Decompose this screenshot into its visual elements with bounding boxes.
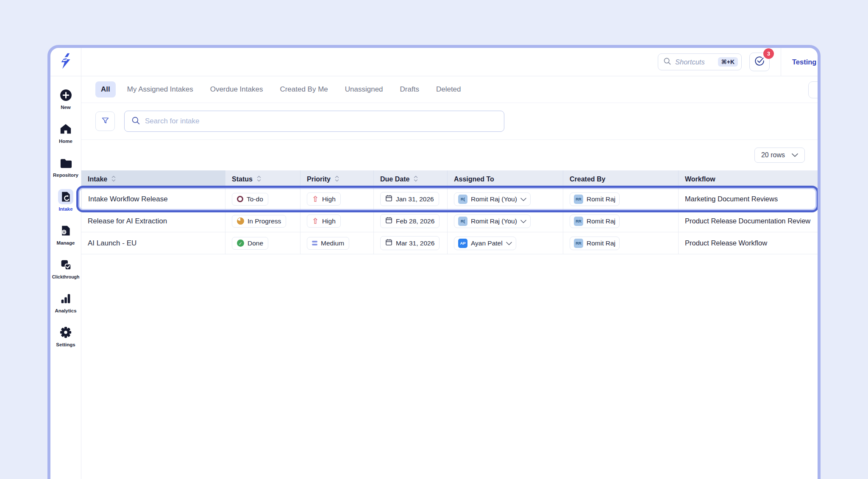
- sidebar-item-clickthrough[interactable]: Clickthrough: [50, 257, 81, 279]
- priority-badge[interactable]: ⇧High: [307, 214, 341, 228]
- chevron-down-icon: [792, 151, 798, 159]
- todo-status-icon: [237, 196, 243, 202]
- sidebar-item-settings[interactable]: Settings: [50, 325, 81, 347]
- workflow-name: Product Release Workflow: [685, 239, 767, 247]
- tab-my-assigned-intakes[interactable]: My Assigned Intakes: [122, 81, 199, 97]
- funnel-filter-icon: [101, 116, 110, 127]
- column-header-due-date[interactable]: Due Date: [373, 170, 447, 188]
- chevron-down-icon[interactable]: [520, 195, 526, 203]
- sidebar-item-repository[interactable]: Repository: [50, 155, 81, 178]
- workflow-name: Marketing Document Reviews: [685, 195, 778, 203]
- clipped-edge-button[interactable]: [808, 81, 821, 98]
- due-date-badge[interactable]: Mar 31, 2026: [380, 236, 440, 250]
- tab-overdue-intakes[interactable]: Overdue Intakes: [205, 81, 269, 97]
- tab-created-by-me[interactable]: Created By Me: [274, 81, 333, 97]
- bar-chart-icon: [58, 291, 73, 306]
- assignee-chip[interactable]: R(Romit Raj (You): [454, 214, 531, 228]
- filter-button[interactable]: [95, 111, 115, 131]
- status-badge[interactable]: To-do: [232, 193, 268, 206]
- search-row: [81, 103, 818, 140]
- avatar: RR: [574, 217, 583, 226]
- intake-name[interactable]: Release for AI Extraction: [88, 217, 167, 226]
- sort-icon[interactable]: [334, 175, 339, 184]
- assignee-chip[interactable]: APAyan Patel: [454, 237, 516, 250]
- column-header-intake[interactable]: Intake: [81, 170, 225, 188]
- sort-icon[interactable]: [413, 175, 418, 184]
- document-gear-icon: [58, 223, 73, 238]
- avatar: RR: [574, 239, 583, 248]
- priority-badge[interactable]: Medium: [307, 237, 349, 250]
- sidebar-item-new[interactable]: New: [50, 87, 81, 110]
- avatar: R(: [458, 217, 467, 226]
- app-logo[interactable]: [50, 48, 81, 76]
- search-input[interactable]: [145, 117, 504, 125]
- search-icon: [663, 57, 671, 67]
- sidebar-item-intake[interactable]: Intake: [50, 189, 81, 212]
- calendar-icon: [385, 195, 392, 203]
- calendar-icon: [385, 217, 392, 226]
- tab-all[interactable]: All: [95, 81, 116, 97]
- medium-priority-icon: [312, 241, 317, 246]
- due-date-badge[interactable]: Jan 31, 2026: [380, 192, 439, 206]
- chevron-down-icon[interactable]: [506, 240, 512, 247]
- sidebar-item-analytics[interactable]: Analytics: [50, 291, 81, 313]
- circle-check-icon: [754, 56, 765, 68]
- column-header-workflow[interactable]: Workflow: [678, 170, 818, 188]
- status-badge[interactable]: ✓Done: [232, 237, 268, 250]
- creator-chip[interactable]: RRRomit Raj: [570, 237, 620, 250]
- tab-drafts[interactable]: Drafts: [395, 81, 425, 97]
- shortcuts-search[interactable]: Shortcuts ⌘+K: [658, 53, 742, 70]
- workspace-label[interactable]: Testing: [781, 58, 818, 66]
- lightning-bolt-logo-icon: [57, 52, 75, 72]
- in-progress-status-icon: [237, 217, 244, 225]
- intake-name[interactable]: Intake Workflow Release: [88, 195, 168, 203]
- table-row[interactable]: Release for AI Extraction In Progress ⇧H…: [81, 210, 818, 232]
- folder-icon: [58, 155, 73, 170]
- sort-icon[interactable]: [256, 175, 262, 184]
- avatar: AP: [458, 239, 467, 248]
- top-header: Shortcuts ⌘+K 3 Testing: [50, 48, 818, 76]
- tab-unassigned[interactable]: Unassigned: [339, 81, 389, 97]
- creator-chip[interactable]: RRRomit Raj: [570, 214, 620, 228]
- column-header-created-by[interactable]: Created By: [563, 170, 678, 188]
- high-priority-icon: ⇧: [312, 195, 319, 203]
- sidebar: New Home Repository: [50, 76, 81, 479]
- table-controls: 20 rows: [81, 140, 818, 170]
- avatar: R(: [458, 195, 467, 204]
- status-badge[interactable]: In Progress: [232, 215, 286, 228]
- creator-chip[interactable]: RRRomit Raj: [570, 192, 620, 206]
- app-window: Shortcuts ⌘+K 3 Testing: [47, 45, 821, 479]
- plus-circle-icon: [58, 87, 73, 103]
- assignee-chip[interactable]: R(Romit Raj (You): [454, 192, 531, 206]
- home-icon: [58, 121, 73, 136]
- chevron-down-icon[interactable]: [520, 217, 526, 225]
- search-icon: [131, 116, 140, 127]
- done-status-icon: ✓: [237, 240, 244, 247]
- sort-icon[interactable]: [111, 175, 116, 184]
- sidebar-item-manage[interactable]: Manage: [50, 223, 81, 245]
- rows-per-page-dropdown[interactable]: 20 rows: [754, 148, 805, 163]
- gear-icon: [58, 325, 73, 340]
- intake-name[interactable]: AI Launch - EU: [88, 239, 136, 248]
- calendar-icon: [385, 239, 392, 248]
- tab-deleted[interactable]: Deleted: [431, 81, 467, 97]
- column-header-assigned-to[interactable]: Assigned To: [447, 170, 563, 188]
- intake-search-box: [124, 111, 504, 132]
- column-header-status[interactable]: Status: [225, 170, 300, 188]
- table-row[interactable]: Intake Workflow Release To-do ⇧High Jan …: [81, 188, 818, 210]
- notification-badge: 3: [763, 48, 774, 59]
- high-priority-icon: ⇧: [312, 217, 319, 225]
- intake-document-icon: [58, 189, 73, 204]
- sidebar-item-home[interactable]: Home: [50, 121, 81, 144]
- tasks-button[interactable]: 3: [749, 53, 770, 71]
- stacked-check-icon: [58, 257, 73, 272]
- intake-tabs: All My Assigned Intakes Overdue Intakes …: [81, 76, 818, 103]
- header-actions: Shortcuts ⌘+K 3 Testing: [81, 48, 818, 76]
- column-header-priority[interactable]: Priority: [300, 170, 373, 188]
- avatar: RR: [574, 195, 583, 204]
- priority-badge[interactable]: ⇧High: [307, 192, 341, 206]
- workflow-name: Product Release Documentation Review: [685, 217, 810, 225]
- due-date-badge[interactable]: Feb 28, 2026: [380, 214, 440, 228]
- shortcuts-placeholder: Shortcuts: [675, 58, 714, 66]
- table-row[interactable]: AI Launch - EU ✓Done Medium Mar 31, 2026…: [81, 232, 818, 254]
